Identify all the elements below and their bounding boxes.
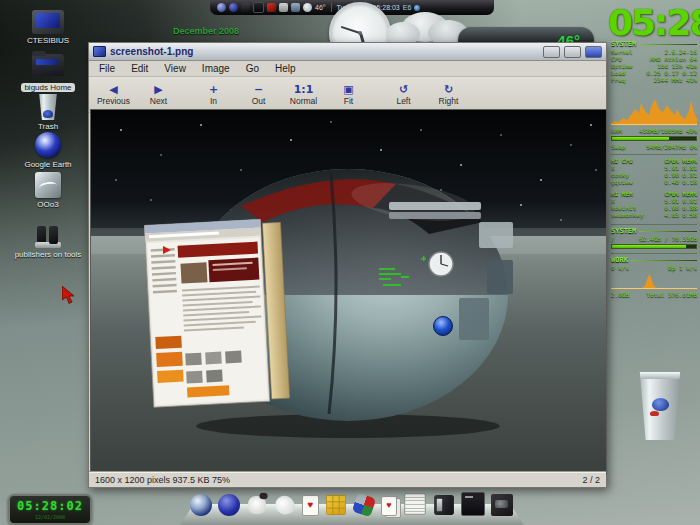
desktop-icon-label: biguds Home [21, 83, 74, 92]
menu-go[interactable]: Go [238, 61, 267, 76]
zoom-in-button[interactable]: + In [191, 78, 236, 111]
maximize-button[interactable] [564, 46, 581, 58]
office-suite-icon [35, 172, 61, 198]
panel-temperature: 46° [315, 4, 326, 11]
zoom-normal-button[interactable]: 1:1 Normal [281, 78, 326, 111]
toolbar: ◀ Previous ▶ Next + In − Out 1:1 Normal … [89, 77, 606, 113]
next-button[interactable]: ▶ Next [136, 78, 181, 111]
notepad-icon[interactable] [404, 493, 426, 515]
network-graph [611, 273, 697, 289]
ghost-app-icon[interactable] [273, 493, 297, 517]
rotate-left-icon: ↺ [399, 84, 408, 96]
sphere-desktop-image [91, 110, 606, 474]
calendar-month-label: December 2008 [158, 26, 254, 36]
speakers-icon [33, 226, 63, 248]
menu-help[interactable]: Help [267, 61, 304, 76]
mouse-cursor [62, 286, 75, 308]
desktop-icon-label: CTESIBIUS [6, 36, 90, 45]
desktop-icon-label: publishers on tools [6, 250, 90, 259]
desktop-icon-ooo[interactable]: OOo3 [6, 172, 90, 209]
solitaire-icon[interactable] [381, 496, 397, 516]
disk-bar [611, 244, 697, 249]
mic-icon[interactable] [414, 5, 420, 11]
led-date: 12/02/2008 [35, 514, 65, 520]
image-canvas[interactable] [90, 109, 607, 475]
mini-cloud-icon [303, 3, 312, 12]
launcher-sphere-icon[interactable] [217, 3, 226, 12]
hearts-game-icon[interactable] [302, 495, 319, 516]
status-bar: 1600 x 1200 pixels 937.5 KB 75% 2 / 2 [89, 472, 606, 487]
media-device-icon[interactable] [434, 495, 454, 515]
window-icon [93, 46, 106, 57]
desktop-icon-trash[interactable]: Trash [6, 94, 90, 131]
launcher-tv-icon[interactable] [241, 3, 250, 12]
weather-cloud-icon [402, 12, 448, 42]
zoom-out-icon: − [254, 84, 263, 96]
desktop-icon-home[interactable]: biguds Home [6, 54, 90, 94]
terminal-icon[interactable] [461, 492, 485, 516]
folder-icon [32, 54, 64, 76]
zoom-fit-button[interactable]: ▣ Fit [326, 78, 371, 111]
launcher-wine-icon[interactable] [267, 3, 276, 12]
trash-can[interactable] [636, 372, 684, 440]
menu-edit[interactable]: Edit [123, 61, 156, 76]
monitor-section-disk: SYSTEM [611, 227, 697, 235]
ram-bar [611, 136, 697, 141]
desktop-icon-label: Trash [6, 122, 90, 131]
mascot-app-icon[interactable] [248, 496, 266, 514]
rotate-right-icon: ↻ [444, 84, 453, 96]
minimize-button[interactable] [543, 46, 560, 58]
digital-clock: 05:28 [608, 2, 700, 43]
desktop-icon-publishers[interactable]: publishers on tools [6, 226, 90, 259]
desktop-icon-google-earth[interactable]: Google Earth [6, 132, 90, 169]
close-button[interactable] [585, 46, 602, 58]
blue-ball-icon[interactable] [218, 494, 240, 516]
monitor-section-work: WORK [611, 256, 697, 264]
zoom-fit-icon: ▣ [343, 84, 353, 96]
launcher-documents-icon[interactable] [291, 3, 300, 12]
cpu-graph [611, 85, 697, 125]
zoom-out-button[interactable]: − Out [236, 78, 281, 111]
rotate-left-button[interactable]: ↺ Left [381, 78, 426, 111]
image-info: 1600 x 1200 pixels 937.5 KB 75% [95, 475, 230, 485]
led-time: 05:28:02 [17, 499, 83, 513]
led-clock: 05:28:02 12/02/2008 [8, 494, 92, 525]
web-browser-icon[interactable] [190, 494, 212, 516]
blocks-game-icon[interactable] [326, 495, 346, 515]
previous-button[interactable]: ◀ Previous [91, 78, 136, 111]
monitor-section-system: SYSTEM [611, 40, 697, 48]
globe-icon [35, 132, 61, 158]
computer-icon [32, 10, 64, 34]
window-titlebar[interactable]: screenshot-1.png [89, 43, 606, 61]
image-viewer-window: screenshot-1.png File Edit View Image Go… [88, 42, 607, 488]
rotate-right-button[interactable]: ↻ Right [426, 78, 471, 111]
panel-divider [331, 3, 332, 12]
desktop-icon-label: OOo3 [6, 200, 90, 209]
launcher-terminal-icon[interactable] [253, 2, 264, 13]
window-title: screenshot-1.png [110, 46, 539, 57]
desktop-icon-label: Google Earth [6, 160, 90, 169]
image-index: 2 / 2 [582, 475, 600, 485]
menu-view[interactable]: View [156, 61, 194, 76]
zoom-in-icon: + [209, 84, 218, 96]
video-player-icon[interactable] [491, 494, 513, 516]
launcher-ball-icon[interactable] [229, 3, 238, 12]
menu-bar: File Edit View Image Go Help [89, 61, 606, 77]
dock [190, 492, 513, 516]
menu-image[interactable]: Image [194, 61, 238, 76]
pinwheel-game-icon[interactable] [352, 493, 376, 517]
system-monitor: SYSTEM Kernel2.6.24-16 CPUAMD Athlon 64 … [611, 38, 697, 298]
zoom-normal-icon: 1:1 [294, 84, 314, 96]
desktop-icon-ctesibius[interactable]: CTESIBIUS [6, 10, 90, 45]
panel-badge: E6 [403, 4, 412, 11]
arrow-left-icon: ◀ [109, 84, 117, 96]
menu-file[interactable]: File [91, 61, 123, 76]
arrow-right-icon: ▶ [154, 84, 162, 96]
trash-icon [37, 94, 59, 120]
launcher-folder-icon[interactable] [279, 3, 288, 12]
